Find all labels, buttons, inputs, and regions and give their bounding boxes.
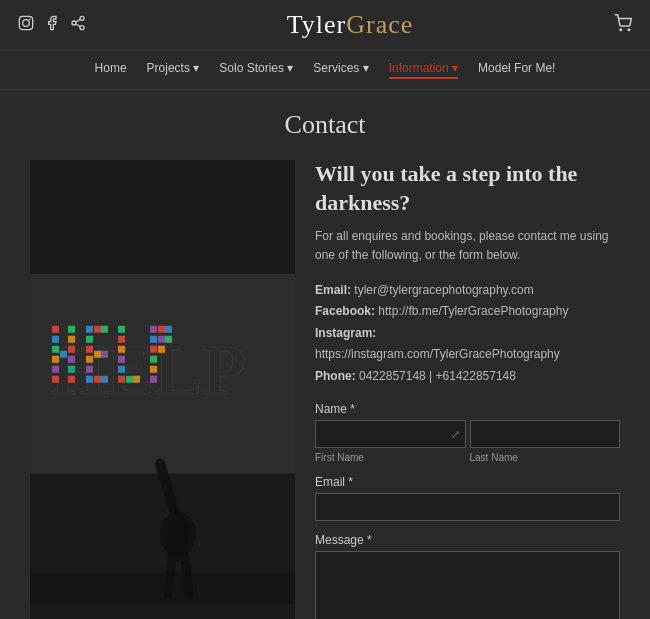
nav-services[interactable]: Services ▾ xyxy=(313,61,368,79)
svg-point-2 xyxy=(29,19,31,21)
phone-value: 0422857148 | +61422857148 xyxy=(359,369,516,383)
svg-rect-54 xyxy=(165,326,172,333)
contact-facebook: Facebook: http://fb.me/TylerGracePhotogr… xyxy=(315,301,620,323)
svg-rect-56 xyxy=(158,346,165,353)
svg-rect-52 xyxy=(150,376,157,383)
first-name-wrap: ⤢ xyxy=(315,420,466,448)
contact-image: HELP xyxy=(30,160,295,619)
svg-rect-19 xyxy=(52,376,59,383)
svg-rect-14 xyxy=(52,326,59,333)
svg-rect-44 xyxy=(118,376,125,383)
svg-rect-57 xyxy=(158,336,165,343)
svg-rect-31 xyxy=(86,366,93,373)
svg-rect-43 xyxy=(118,366,125,373)
contact-info: Email: tyler@tylergracephotography.com F… xyxy=(315,280,620,388)
svg-rect-49 xyxy=(150,346,157,353)
name-form-group: Name * ⤢ First Name Last Name xyxy=(315,402,620,463)
phone-label: Phone: xyxy=(315,369,356,383)
svg-rect-37 xyxy=(94,376,101,383)
svg-rect-41 xyxy=(118,346,125,353)
svg-rect-42 xyxy=(118,356,125,363)
facebook-icon[interactable] xyxy=(44,15,60,35)
svg-rect-45 xyxy=(126,376,133,383)
page-content: Contact HELP xyxy=(0,90,650,619)
svg-rect-22 xyxy=(68,336,75,343)
svg-rect-20 xyxy=(60,351,67,358)
svg-rect-27 xyxy=(86,326,93,333)
svg-rect-34 xyxy=(101,326,108,333)
svg-point-5 xyxy=(80,26,84,30)
svg-rect-38 xyxy=(101,376,108,383)
svg-rect-55 xyxy=(165,336,172,343)
top-bar-left xyxy=(18,15,86,35)
share-icon[interactable] xyxy=(70,15,86,35)
message-form-group: Message * xyxy=(315,533,620,619)
site-title-part1: Tyler xyxy=(287,10,347,39)
instagram-label: Instagram: xyxy=(315,326,376,340)
cart-icon[interactable] xyxy=(614,14,632,36)
contact-phone: Phone: 0422857148 | +61422857148 xyxy=(315,366,620,388)
svg-rect-48 xyxy=(150,336,157,343)
svg-rect-33 xyxy=(94,326,101,333)
name-label: Name * xyxy=(315,402,620,416)
email-input[interactable] xyxy=(315,493,620,521)
last-name-label: Last Name xyxy=(470,450,621,463)
svg-rect-53 xyxy=(158,326,165,333)
facebook-label: Facebook: xyxy=(315,304,375,318)
svg-rect-25 xyxy=(68,366,75,373)
svg-rect-50 xyxy=(150,356,157,363)
svg-rect-17 xyxy=(52,356,59,363)
top-bar: TylerGrace xyxy=(0,0,650,51)
svg-point-1 xyxy=(23,20,30,27)
svg-rect-32 xyxy=(86,376,93,383)
nav-home[interactable]: Home xyxy=(95,61,127,79)
svg-text:HELP: HELP xyxy=(50,330,246,410)
svg-rect-47 xyxy=(150,326,157,333)
svg-rect-24 xyxy=(68,356,75,363)
contact-desc: For all enquires and bookings, please co… xyxy=(315,227,620,265)
nav-projects[interactable]: Projects ▾ xyxy=(147,61,200,79)
name-fields: ⤢ xyxy=(315,420,620,448)
svg-rect-23 xyxy=(68,346,75,353)
nav-solo-stories[interactable]: Solo Stories ▾ xyxy=(219,61,293,79)
facebook-value: http://fb.me/TylerGracePhotography xyxy=(378,304,568,318)
svg-rect-30 xyxy=(86,356,93,363)
instagram-icon[interactable] xyxy=(18,15,34,35)
svg-point-9 xyxy=(628,29,630,31)
svg-rect-40 xyxy=(118,336,125,343)
expand-icon: ⤢ xyxy=(451,427,460,440)
message-textarea[interactable] xyxy=(315,551,620,619)
last-name-input[interactable] xyxy=(470,420,621,448)
last-name-wrap xyxy=(470,420,621,448)
site-title-part2: Grace xyxy=(346,10,413,39)
email-form-label: Email * xyxy=(315,475,620,489)
svg-rect-0 xyxy=(19,16,32,29)
contact-instagram: Instagram: https://instagram.com/TylerGr… xyxy=(315,323,620,366)
contact-email: Email: tyler@tylergracephotography.com xyxy=(315,280,620,302)
contact-heading: Will you take a step into the darkness? xyxy=(315,160,620,217)
svg-rect-28 xyxy=(86,336,93,343)
first-name-input[interactable] xyxy=(315,420,466,448)
contact-section: HELP xyxy=(30,160,620,619)
svg-rect-36 xyxy=(101,351,108,358)
svg-point-3 xyxy=(80,16,84,20)
svg-point-8 xyxy=(620,29,622,31)
svg-rect-63 xyxy=(30,574,295,604)
name-sub-labels: First Name Last Name xyxy=(315,450,620,463)
svg-line-7 xyxy=(76,19,81,22)
svg-rect-39 xyxy=(118,326,125,333)
page-title: Contact xyxy=(30,110,620,140)
site-title: TylerGrace xyxy=(287,10,414,40)
main-nav: Home Projects ▾ Solo Stories ▾ Services … xyxy=(0,51,650,90)
svg-rect-35 xyxy=(94,351,101,358)
email-label: Email: xyxy=(315,283,351,297)
svg-line-6 xyxy=(76,24,81,27)
svg-rect-21 xyxy=(68,326,75,333)
nav-information[interactable]: Information ▾ xyxy=(389,61,458,79)
message-label: Message * xyxy=(315,533,620,547)
nav-model-for-me[interactable]: Model For Me! xyxy=(478,61,555,79)
svg-rect-26 xyxy=(68,376,75,383)
svg-point-4 xyxy=(72,21,76,25)
svg-rect-29 xyxy=(86,346,93,353)
instagram-value: https://instagram.com/TylerGracePhotogra… xyxy=(315,347,560,361)
